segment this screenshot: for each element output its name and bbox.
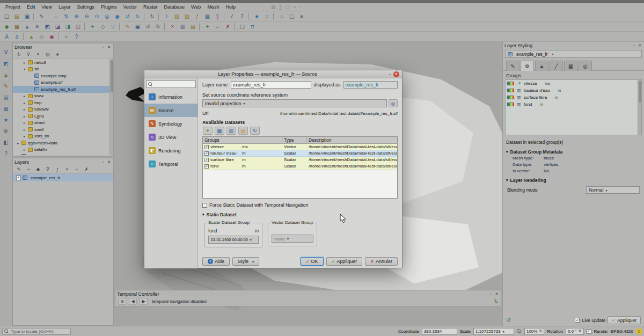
bookmarks-dock-icon[interactable]: ★ <box>2 116 10 123</box>
symbology-tab[interactable]: ✎ <box>506 61 519 71</box>
expand-arrow-icon[interactable]: ▸ <box>24 107 28 111</box>
menu-item[interactable]: Plugins <box>98 4 120 10</box>
tree-item[interactable]: ▸ qgis-mesh-data <box>13 140 113 147</box>
add-raster-layer-button[interactable]: ▦ <box>12 23 21 31</box>
browser-filter-button[interactable]: ∇ <box>25 51 32 58</box>
menu-item[interactable]: Project <box>2 4 24 10</box>
select-by-expression-button[interactable]: ƒ <box>193 12 202 20</box>
processing-icon[interactable]: ⚙ <box>2 127 10 135</box>
tree-item[interactable]: ▸ xmdf <box>13 126 113 133</box>
edit-dataset-button[interactable]: ▤ <box>238 127 248 135</box>
save-project-button[interactable]: ▣ <box>23 12 32 20</box>
tree-item[interactable]: example.bmp <box>13 72 113 79</box>
render-checkbox[interactable] <box>587 329 591 334</box>
attribute-tools-icon[interactable]: ▦ <box>2 105 10 112</box>
menu-item[interactable]: Help <box>222 4 239 10</box>
raster-tools-icon[interactable]: ◩ <box>2 60 10 67</box>
temporal-refresh-icon[interactable]: ↻ <box>494 298 499 304</box>
browser-favorites-button[interactable]: ★ <box>54 51 61 58</box>
group-row[interactable]: ↗ vitesse ms <box>506 80 641 87</box>
messages-warning-icon[interactable]: ! <box>636 328 642 334</box>
deselect-features-button[interactable]: ▧ <box>182 12 192 20</box>
dialog-close-button[interactable] <box>393 71 399 77</box>
column-header-description[interactable]: Description <box>307 137 397 143</box>
tree-item[interactable]: ▸ tuflowfv <box>13 106 113 113</box>
locate-input[interactable]: Type to locate (Ctrl+K) <box>2 328 71 335</box>
zoom-to-selection-button[interactable]: ◎ <box>103 12 112 20</box>
toolbar-icon[interactable] <box>273 13 275 20</box>
tree-item[interactable]: ▸ Lgrid <box>13 113 113 120</box>
expand-arrow-icon[interactable]: ▸ <box>24 61 28 64</box>
zoom-full-button[interactable]: ⊙ <box>92 12 101 20</box>
close-icon[interactable] <box>107 45 112 49</box>
dataset-row[interactable]: vitesse ms Vector /home/vincent/meshData… <box>203 144 397 150</box>
new-geopackage-button[interactable]: ◇ <box>98 23 107 31</box>
filter-legend-button[interactable]: ∇ <box>44 166 52 173</box>
expand-arrow-icon[interactable]: ▸ <box>24 114 28 118</box>
group-row[interactable]: ▥ hauteur d'eau m <box>506 87 641 94</box>
style-history-icon[interactable]: ↺ <box>506 317 511 324</box>
epsg-badge[interactable]: EPSG:4326 <box>611 329 633 334</box>
dataset-checkbox[interactable] <box>204 164 209 169</box>
tree-item[interactable]: ▸ tmp <box>13 99 113 106</box>
add-mesh-layer-button[interactable]: ▲ <box>23 23 32 31</box>
bookmarks-button[interactable]: ★ <box>252 12 261 20</box>
mesh-digitizing-button[interactable]: ▲ <box>27 33 36 41</box>
dialog-tab-temporal[interactable]: ○ Temporal <box>144 157 197 171</box>
scrollbar-thumb[interactable] <box>111 60 113 92</box>
menu-item[interactable]: Settings <box>74 4 98 10</box>
toolbar-icon[interactable] <box>48 13 50 20</box>
open-project-button[interactable]: ▤ <box>12 12 21 20</box>
rendering-section-header[interactable]: Layer Rendering <box>506 178 641 183</box>
remove-layer-button[interactable]: ✗ <box>83 166 90 173</box>
layer-name-input[interactable] <box>231 81 311 89</box>
move-feature-button[interactable]: ⇔ <box>213 23 222 31</box>
save-edits-button[interactable]: ▣ <box>133 23 142 31</box>
expand-arrow-icon[interactable]: ▸ <box>24 134 28 138</box>
add-vector-layer-button[interactable]: ◆ <box>2 23 11 31</box>
tree-item[interactable]: ▾ slf <box>13 66 113 73</box>
paste-features-button[interactable]: ▤ <box>188 23 197 31</box>
vector-tools-icon[interactable]: V <box>2 48 10 56</box>
menu-item[interactable]: Web <box>188 4 204 10</box>
settings-tab[interactable]: ⚙ <box>521 61 534 71</box>
styling-apply-button[interactable]: ✓ Appliquer <box>608 316 641 324</box>
blending-mode-select[interactable]: Normal <box>586 186 640 194</box>
refresh-map-button[interactable]: ↻ <box>148 12 157 20</box>
toolbar-icon[interactable] <box>164 23 166 30</box>
group-row[interactable]: ▥ fond m <box>506 101 641 108</box>
annotation-tools-icon[interactable]: ✎ <box>2 82 10 90</box>
dialog-tab-information[interactable]: i Information <box>144 90 197 104</box>
close-icon[interactable] <box>107 159 112 164</box>
manage-map-themes-button[interactable]: ◉ <box>34 166 42 173</box>
statistics-button[interactable]: Σ <box>238 12 247 20</box>
dataset-row[interactable]: fond m Scalar /home/vincent/meshData/mda… <box>203 163 397 170</box>
toolbar-icon[interactable] <box>199 23 201 30</box>
menu-item[interactable]: Database <box>161 4 188 10</box>
add-group-button[interactable]: + <box>25 166 32 173</box>
close-icon[interactable] <box>638 43 642 48</box>
toolbar-icon[interactable] <box>119 23 121 30</box>
vertex-tool-button[interactable]: ◇ <box>37 33 46 41</box>
magnifier-input[interactable]: 100% <box>524 328 544 335</box>
snapping-button[interactable]: ◉ <box>47 33 56 41</box>
layout-manager-button[interactable]: ▢ <box>238 23 247 31</box>
add-feature-button[interactable]: + <box>203 23 212 31</box>
rotation-input[interactable]: 0.0 ° <box>566 328 583 335</box>
temporal-fixed-range-button[interactable]: ◀ <box>129 298 137 305</box>
toolbar-icon[interactable] <box>234 23 236 30</box>
globe-tab[interactable]: ◎ <box>579 61 592 71</box>
tree-item[interactable]: ▸ simul <box>13 120 113 127</box>
label-options-button[interactable]: a <box>12 33 21 41</box>
crs-select[interactable]: Invalid projection <box>202 99 387 107</box>
tree-item[interactable]: ▸ netcdf <box>13 59 113 66</box>
dataset-checkbox[interactable] <box>204 158 209 162</box>
toolbar-icon[interactable] <box>158 13 160 20</box>
menu-item[interactable]: Raster <box>140 4 161 10</box>
new-map-view-button[interactable]: ▢ <box>287 12 296 20</box>
help-button[interactable]: ? Aide <box>202 257 230 266</box>
collapse-all-datasets-button[interactable]: ▦ <box>215 127 224 135</box>
cut-features-button[interactable]: × <box>168 23 177 31</box>
close-icon[interactable] <box>494 291 499 296</box>
apply-button[interactable]: ✓ Appliquer <box>326 257 363 266</box>
